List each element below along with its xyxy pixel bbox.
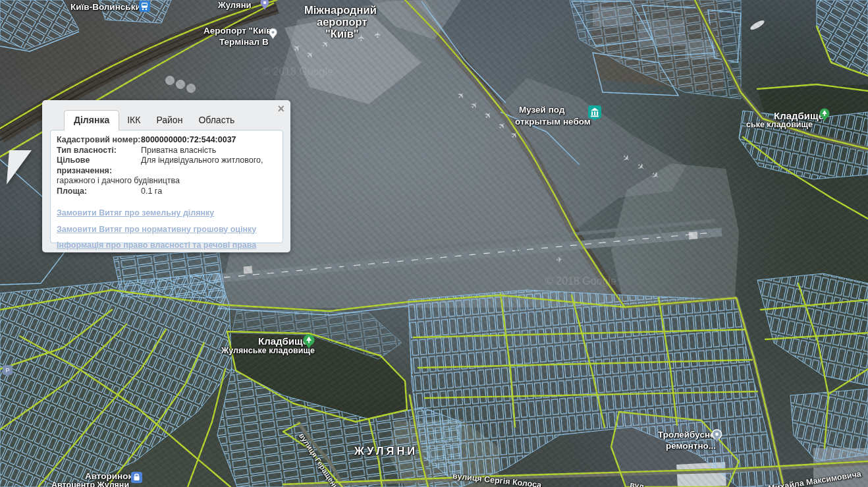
purpose-value-line2: гаражного і дачного будівництва: [57, 176, 277, 186]
tab-raion[interactable]: Район: [148, 111, 190, 130]
popup-tail: [0, 150, 40, 187]
cadastral-number-value: 8000000000:72:544:0037: [141, 135, 236, 146]
link-order-valuation[interactable]: Замовити Витяг про нормативну грошову оц…: [57, 225, 277, 235]
link-ownership-info[interactable]: Інформація про право власності та речові…: [57, 241, 277, 251]
svg-text:✈: ✈: [556, 255, 562, 264]
ownership-type-value: Приватна власність: [141, 146, 216, 156]
label-intl-airport-line3: "Київ": [325, 28, 359, 40]
svg-text:✈: ✈: [373, 31, 383, 38]
field-purpose: Цільове призначення: Для індивідуального…: [57, 156, 277, 176]
link-order-extract[interactable]: Замовити Витяг про земельну ділянку: [57, 208, 277, 219]
terminal-pin-icon: [268, 28, 278, 42]
field-label: Кадастровий номер:: [57, 135, 141, 146]
label-cemetery-center-line1: Кладбище: [258, 335, 308, 347]
label-car-market-line1: Авторинок: [85, 471, 132, 481]
google-watermark: © 2018 Google: [545, 275, 616, 287]
field-label: Цільове призначення:: [57, 156, 141, 176]
field-label: Тип власності:: [57, 146, 141, 156]
label-museum-line2: открытым небом: [515, 117, 591, 127]
shopping-icon: [131, 472, 142, 486]
label-car-market-line2: Автоцентр Жуляни: [51, 480, 129, 487]
parcel-info-popup: × Ділянка ІКК Район Область Кадастровий …: [42, 100, 290, 252]
field-ownership-type: Тип власності: Приватна власність: [57, 146, 277, 156]
label-terminal-line1: Аеропорт "Київ: [203, 26, 272, 36]
tab-oblast[interactable]: Область: [190, 111, 242, 130]
parcel-info-panel: Кадастровий номер: 8000000000:72:544:003…: [50, 130, 283, 243]
train-station-icon: [139, 1, 150, 14]
tab-dilyanka[interactable]: Ділянка: [64, 110, 119, 130]
label-kyiv-volynskyi: Київ-Волинський: [70, 2, 146, 12]
popup-links: Замовити Витяг про земельну ділянку Замо…: [57, 208, 277, 251]
purpose-value-line1: Для індивідуального житлового,: [141, 156, 263, 176]
label-terminal-line2: Термінал B: [219, 37, 269, 47]
field-label: Площа:: [57, 186, 141, 197]
popup-tab-bar: Ділянка ІКК Район Область: [64, 110, 242, 130]
poi-dot-pin-icon: [711, 429, 722, 445]
label-intl-airport-line2: аеропорт: [317, 16, 367, 28]
label-district-zhuliany: ЖУЛЯНИ: [354, 445, 418, 457]
field-area: Площа: 0.1 га: [57, 186, 277, 197]
label-trolleybus-line1: Тролейбусне: [658, 430, 715, 440]
close-icon[interactable]: ×: [277, 103, 285, 114]
poi-icon: Р: [3, 365, 13, 380]
svg-text:Р: Р: [5, 367, 9, 374]
label-museum-line1: Музей под: [519, 105, 564, 115]
cadastral-map[interactable]: ✈ ✈ ✈ ✈ ✈ ✈ ✈ ✈ ✈ ✈ ✈ ✈ ✈ ✈ Київ-Волинсь…: [0, 0, 868, 487]
label-cemetery-center-line2: Жулянське кладовище: [221, 346, 315, 355]
google-watermark: © 2018 Google: [262, 66, 333, 78]
area-value: 0.1 га: [141, 186, 162, 197]
map-pin-icon: [259, 0, 270, 13]
museum-icon: [588, 105, 601, 123]
label-cemetery-right-line2: ське кладовище: [746, 120, 813, 129]
label-intl-airport-line1: Міжнародний: [304, 4, 377, 16]
label-trolleybus-line2: ремонтно...: [666, 441, 716, 451]
tab-ikk[interactable]: ІКК: [119, 111, 148, 130]
cemetery-tree-icon: [819, 108, 830, 125]
field-cadastral-number: Кадастровий номер: 8000000000:72:544:003…: [57, 135, 277, 146]
label-zhuliany-station: Жуляни: [218, 0, 252, 10]
